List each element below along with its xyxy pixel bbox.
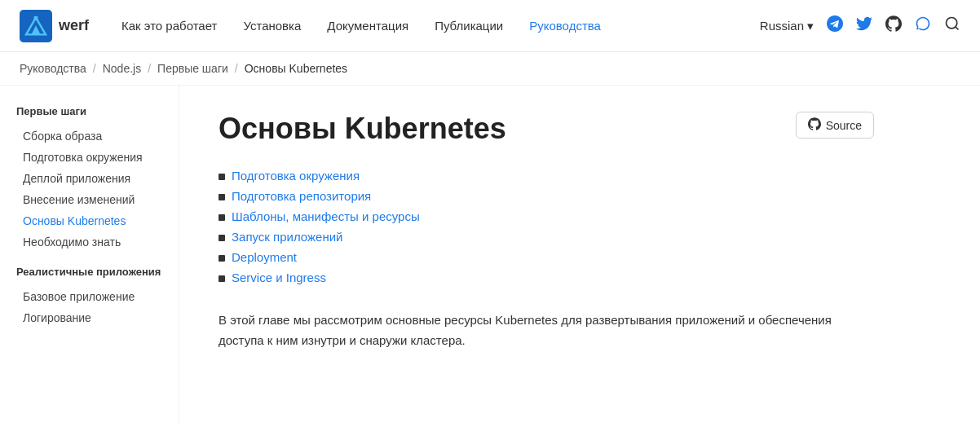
toc-link-2[interactable]: Подготовка репозитория xyxy=(232,189,371,203)
lang-selector[interactable]: Russian ▾ xyxy=(760,19,814,33)
sidebar-item-kubernetes[interactable]: Основы Kubernetes xyxy=(16,210,179,231)
nav-publications[interactable]: Публикации xyxy=(435,19,503,33)
description-text: В этой главе мы рассмотрим основные ресу… xyxy=(219,310,854,351)
sidebar-item-base-app[interactable]: Базовое приложение xyxy=(16,286,179,307)
page-title: Основы Kubernetes xyxy=(219,112,506,146)
site-header: werf Как это работает Установка Документ… xyxy=(0,0,980,52)
main-nav: Как это работает Установка Документация … xyxy=(121,19,760,33)
sidebar-item-sborka[interactable]: Сборка образа xyxy=(16,125,179,147)
toc-link-4[interactable]: Запуск приложений xyxy=(232,230,342,244)
toc-link-1[interactable]: Подготовка окружения xyxy=(232,169,360,183)
breadcrumb-current: Основы Kubernetes xyxy=(245,62,347,75)
breadcrumb-sep-3: / xyxy=(235,62,238,75)
toc-link-5[interactable]: Deployment xyxy=(232,250,297,264)
sidebar-item-logging[interactable]: Логирование xyxy=(16,307,179,328)
logo-icon xyxy=(20,10,52,42)
sidebar-item-changes[interactable]: Внесение изменений xyxy=(16,189,179,210)
breadcrumb: Руководства / Node.js / Первые шаги / Ос… xyxy=(0,52,980,86)
source-button[interactable]: Source xyxy=(796,112,874,139)
chat-icon[interactable] xyxy=(915,15,931,36)
sidebar: Первые шаги Сборка образа Подготовка окр… xyxy=(0,86,179,423)
nav-guides[interactable]: Руководства xyxy=(529,19,601,33)
twitter-icon[interactable] xyxy=(856,15,872,36)
nav-docs[interactable]: Документация xyxy=(327,19,408,33)
toc-bullet-4 xyxy=(219,235,225,241)
breadcrumb-first-steps[interactable]: Первые шаги xyxy=(157,62,228,75)
search-button[interactable] xyxy=(944,15,960,36)
sidebar-section-2-title: Реалистичные приложения xyxy=(16,266,179,278)
breadcrumb-sep-1: / xyxy=(93,62,96,75)
breadcrumb-nodejs[interactable]: Node.js xyxy=(103,62,141,75)
lang-label: Russian xyxy=(760,19,804,33)
svg-rect-3 xyxy=(34,16,38,20)
sidebar-item-need-to-know[interactable]: Необходимо знать xyxy=(16,231,179,253)
github-icon[interactable] xyxy=(885,15,902,36)
sidebar-item-podgotovka[interactable]: Подготовка окружения xyxy=(16,147,179,168)
svg-line-5 xyxy=(956,27,959,30)
main-content: Основы Kubernetes Source Подготовка окру… xyxy=(179,86,913,423)
toc-item-6: Service и Ingress xyxy=(219,271,874,284)
toc-item-4: Запуск приложений xyxy=(219,230,874,244)
toc-item-1: Подготовка окружения xyxy=(219,169,874,183)
toc-bullet-6 xyxy=(219,275,225,282)
header-right: Russian ▾ xyxy=(760,15,960,36)
logo-link[interactable]: werf xyxy=(20,10,89,42)
github-source-icon xyxy=(808,117,821,133)
toc-list: Подготовка окружения Подготовка репозито… xyxy=(219,169,874,284)
toc-item-5: Deployment xyxy=(219,250,874,264)
toc-bullet-3 xyxy=(219,214,225,221)
toc-link-6[interactable]: Service и Ingress xyxy=(232,271,326,284)
toc-bullet-2 xyxy=(219,194,225,200)
page-header: Основы Kubernetes Source xyxy=(219,112,874,146)
breadcrumb-guides[interactable]: Руководства xyxy=(20,62,86,75)
nav-install[interactable]: Установка xyxy=(243,19,301,33)
toc-item-3: Шаблоны, манифесты и ресурсы xyxy=(219,209,874,223)
nav-how-it-works[interactable]: Как это работает xyxy=(121,19,217,33)
toc-link-3[interactable]: Шаблоны, манифесты и ресурсы xyxy=(232,209,420,223)
page-layout: Первые шаги Сборка образа Подготовка окр… xyxy=(0,86,980,423)
svg-point-4 xyxy=(947,18,957,29)
sidebar-item-deploy[interactable]: Деплой приложения xyxy=(16,168,179,189)
breadcrumb-sep-2: / xyxy=(148,62,151,75)
toc-bullet-5 xyxy=(219,255,225,262)
chevron-down-icon: ▾ xyxy=(807,19,814,33)
source-label: Source xyxy=(826,119,862,132)
toc-item-2: Подготовка репозитория xyxy=(219,189,874,203)
sidebar-section-1-title: Первые шаги xyxy=(16,105,179,117)
telegram-icon[interactable] xyxy=(827,15,843,36)
logo-text: werf xyxy=(59,17,89,34)
toc-bullet-1 xyxy=(219,174,225,180)
